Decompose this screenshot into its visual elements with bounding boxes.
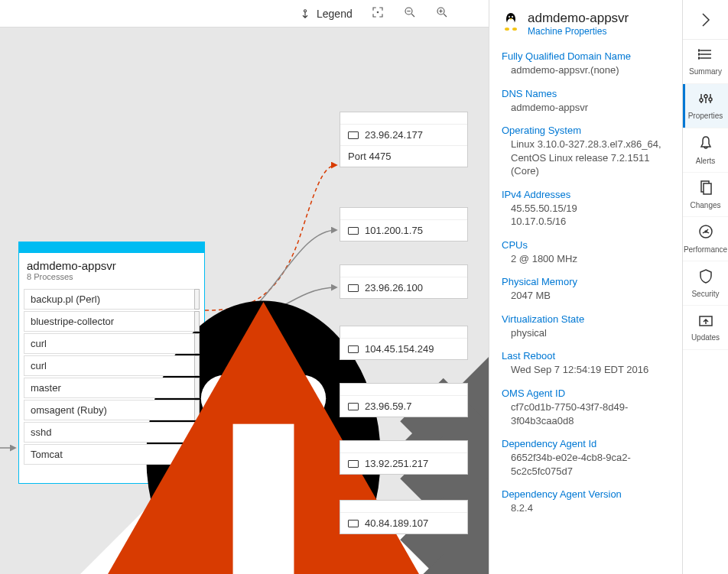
zoom-out-icon[interactable] <box>403 5 417 21</box>
rail-tab-label: Changes <box>690 201 720 209</box>
process-port-handle[interactable] <box>194 378 200 398</box>
remote-node[interactable]: 101.200.1.75 <box>340 207 468 242</box>
property-value: 6652f34b-e02e-4cb8-9ca2-5c2c5fc075d7 <box>502 451 670 478</box>
property-block: Fully Qualified Domain Nameadmdemo-appsv… <box>502 50 670 77</box>
remote-node[interactable]: 13.92.251.217 <box>340 440 468 475</box>
fit-icon[interactable] <box>371 5 385 21</box>
property-value: admdemo-appsvr <box>502 101 670 115</box>
alerts-icon <box>699 135 713 154</box>
property-label: DNS Names <box>502 88 670 99</box>
remote-node-header[interactable] <box>340 208 467 220</box>
server-title: admdemo-appsvr 8 Processes <box>19 253 204 286</box>
summary-icon <box>698 47 713 65</box>
remote-node-header[interactable] <box>340 112 467 125</box>
process-port-handle[interactable] <box>194 289 200 310</box>
monitor-icon <box>348 520 359 527</box>
process-port-handle[interactable] <box>194 355 200 376</box>
property-value: 10.17.0.5/16 <box>502 215 670 229</box>
remote-node[interactable]: 104.45.154.249 <box>340 326 468 360</box>
remote-node-header[interactable] <box>340 265 467 277</box>
linux-icon <box>502 11 520 32</box>
remote-ip-row: 23.96.59.7 <box>340 396 467 417</box>
svg-point-24 <box>698 57 700 59</box>
remote-port-row[interactable]: Port 4475 <box>340 145 467 167</box>
property-label: Fully Qualified Domain Name <box>502 50 670 62</box>
server-node-header[interactable] <box>19 242 204 253</box>
remote-ip-row: 40.84.189.107 <box>340 513 467 533</box>
process-port-handle[interactable] <box>194 422 200 443</box>
monitor-icon <box>348 284 359 292</box>
svg-point-27 <box>709 98 712 101</box>
server-node[interactable]: admdemo-appsvr 8 Processes backup.pl (Pe… <box>18 242 205 484</box>
process-item[interactable]: curl <box>24 333 200 354</box>
process-item[interactable]: Tomcat <box>24 444 200 465</box>
process-item[interactable]: omsagent (Ruby) <box>24 400 200 420</box>
collapse-panel-button[interactable] <box>683 0 728 40</box>
dependency-map-canvas[interactable]: admdemo-appsvr 8 Processes backup.pl (Pe… <box>0 28 489 574</box>
process-item[interactable]: bluestripe-collector <box>24 311 200 332</box>
alert-icon[interactable] <box>19 471 204 483</box>
process-item[interactable]: sshd <box>24 422 200 443</box>
property-block: Dependency Agent Id6652f34b-e02e-4cb8-9c… <box>502 438 670 478</box>
remote-ip-label: 13.92.251.217 <box>365 458 428 469</box>
remote-ip-row: 101.200.1.75 <box>340 220 467 241</box>
property-block: IPv4 Addresses45.55.50.15/1910.17.0.5/16 <box>502 189 670 229</box>
legend-button[interactable]: Legend <box>298 7 353 21</box>
property-block: Operating SystemLinux 3.10.0-327.28.3.el… <box>502 125 670 178</box>
rail-tab-updates[interactable]: Updates <box>683 306 728 350</box>
remote-node-header[interactable] <box>340 441 467 453</box>
performance-icon <box>698 224 713 243</box>
process-port-handle[interactable] <box>194 333 200 354</box>
process-item[interactable]: master <box>24 378 200 398</box>
monitor-icon <box>348 227 359 235</box>
rail-tab-label: Security <box>691 290 719 298</box>
updates-icon <box>698 313 713 331</box>
changes-icon <box>699 180 713 199</box>
svg-point-19 <box>512 17 513 18</box>
process-port-handle[interactable] <box>194 444 200 465</box>
property-value: cf7c0d1b-7750-43f7-8d49-3f04b3caa0d8 <box>502 401 670 427</box>
svg-rect-29 <box>704 183 711 194</box>
monitor-icon <box>348 131 359 139</box>
monitor-icon <box>348 403 359 410</box>
svg-point-22 <box>698 50 700 51</box>
rail-tab-summary[interactable]: Summary <box>683 40 728 84</box>
process-list: backup.pl (Perl)bluestripe-collectorcurl… <box>19 286 204 471</box>
property-label: CPUs <box>502 239 670 251</box>
rail-tab-changes[interactable]: Changes <box>683 173 728 217</box>
security-icon <box>699 268 713 287</box>
chevron-right-icon <box>700 11 711 29</box>
remote-ip-label: 23.96.24.177 <box>365 129 423 141</box>
property-block: Virtualization Statephysical <box>502 313 670 340</box>
property-label: Dependency Agent Version <box>502 488 670 500</box>
svg-point-0 <box>304 9 307 11</box>
process-port-handle[interactable] <box>194 400 200 420</box>
legend-label: Legend <box>317 8 353 20</box>
side-rail: SummaryPropertiesAlertsChangesPerformanc… <box>682 0 728 574</box>
zoom-in-icon[interactable] <box>435 5 449 21</box>
remote-node-header[interactable] <box>340 384 467 396</box>
process-item[interactable]: backup.pl (Perl) <box>24 289 200 310</box>
remote-node-header[interactable] <box>340 326 467 339</box>
remote-node[interactable]: 40.84.189.107 <box>340 500 468 534</box>
property-value: 8.2.4 <box>502 501 670 515</box>
rail-tab-properties[interactable]: Properties <box>683 84 728 128</box>
svg-point-6 <box>201 375 248 422</box>
svg-point-9 <box>293 389 313 409</box>
process-item[interactable]: curl <box>24 355 200 376</box>
property-block: Last RebootWed Sep 7 12:54:19 EDT 2016 <box>502 350 670 377</box>
remote-node-header[interactable] <box>340 501 467 513</box>
property-value: 45.55.50.15/19 <box>502 202 670 216</box>
rail-tab-label: Properties <box>688 112 723 120</box>
remote-node[interactable]: 23.96.59.7 <box>340 383 468 417</box>
property-label: Operating System <box>502 125 670 136</box>
rail-tab-performance[interactable]: Performance <box>683 217 728 261</box>
rail-tab-alerts[interactable]: Alerts <box>683 128 728 173</box>
rail-tab-security[interactable]: Security <box>683 261 728 306</box>
remote-node[interactable]: 23.96.26.100 <box>340 264 468 299</box>
property-label: Dependency Agent Id <box>502 438 670 449</box>
remote-ip-label: 40.84.189.107 <box>365 517 428 529</box>
remote-ip-row: 104.45.154.249 <box>340 339 467 359</box>
remote-node[interactable]: 23.96.24.177Port 4475 <box>340 112 468 167</box>
process-port-handle[interactable] <box>194 311 200 332</box>
